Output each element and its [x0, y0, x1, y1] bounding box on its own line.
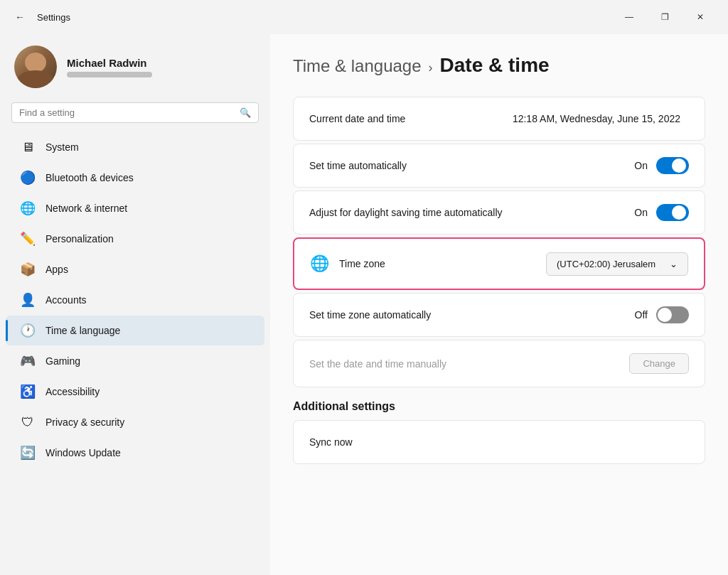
- sidebar-item-gaming[interactable]: 🎮 Gaming: [6, 346, 264, 376]
- sidebar-item-bluetooth[interactable]: 🔵 Bluetooth & devices: [6, 163, 264, 193]
- sidebar-item-label: Accounts: [46, 294, 87, 306]
- page-title: Date & time: [440, 54, 550, 77]
- sidebar: Michael Radwin 🔍 🖥 System 🔵 Bluetooth & …: [0, 34, 270, 575]
- current-datetime-value: 12:18 AM, Wednesday, June 15, 2022: [513, 113, 680, 124]
- bluetooth-icon: 🔵: [20, 170, 36, 186]
- sidebar-item-privacy[interactable]: 🛡 Privacy & security: [6, 407, 264, 437]
- set-time-auto-row: Set time automatically On: [294, 144, 705, 187]
- sidebar-item-label: Personalization: [46, 233, 114, 244]
- personalization-icon: ✏️: [20, 231, 36, 247]
- timezone-row: 🌐 Time zone (UTC+02:00) Jerusalem ⌄: [294, 239, 704, 289]
- privacy-icon: 🛡: [20, 414, 36, 430]
- search-input[interactable]: [19, 107, 234, 118]
- timezone-value: (UTC+02:00) Jerusalem: [557, 259, 655, 269]
- title-bar-left: ← Settings: [11, 9, 70, 26]
- sidebar-item-time[interactable]: 🕐 Time & language: [6, 316, 264, 345]
- network-icon: 🌐: [20, 200, 36, 216]
- sidebar-item-label: Gaming: [46, 355, 80, 367]
- breadcrumb-chevron: ›: [429, 60, 433, 75]
- sidebar-nav: 🖥 System 🔵 Bluetooth & devices 🌐 Network…: [0, 131, 270, 468]
- timezone-select[interactable]: (UTC+02:00) Jerusalem ⌄: [546, 252, 688, 276]
- sidebar-item-label: Privacy & security: [46, 417, 124, 428]
- sync-now-card: Sync now: [293, 420, 705, 464]
- manual-datetime-label: Set the date and time manually: [309, 358, 629, 370]
- daylight-saving-card: Adjust for daylight saving time automati…: [293, 190, 705, 235]
- daylight-saving-status: On: [634, 207, 648, 218]
- toggle-thumb: [672, 158, 686, 173]
- search-icon: 🔍: [240, 107, 251, 118]
- set-timezone-auto-card: Set time zone automatically Off: [293, 293, 705, 337]
- set-time-auto-card: Set time automatically On: [293, 144, 705, 188]
- additional-settings-title: Additional settings: [293, 400, 705, 413]
- sidebar-item-network[interactable]: 🌐 Network & internet: [6, 193, 264, 223]
- current-datetime-label: Current date and time: [309, 113, 513, 124]
- avatar-image: [14, 45, 57, 88]
- sidebar-item-update[interactable]: 🔄 Windows Update: [6, 438, 264, 468]
- page-header: Time & language › Date & time: [293, 54, 705, 77]
- update-icon: 🔄: [20, 445, 36, 461]
- timezone-card: 🌐 Time zone (UTC+02:00) Jerusalem ⌄: [293, 237, 705, 290]
- apps-icon: 📦: [20, 262, 36, 277]
- search-box[interactable]: 🔍: [11, 102, 259, 123]
- sidebar-item-label: Accessibility: [46, 386, 100, 397]
- close-button[interactable]: ✕: [684, 6, 717, 28]
- set-timezone-auto-status: Off: [635, 309, 648, 321]
- set-timezone-auto-toggle[interactable]: [656, 306, 689, 323]
- sidebar-item-label: Network & internet: [46, 203, 127, 214]
- sidebar-item-label: Time & language: [46, 325, 120, 336]
- timezone-icon: 🌐: [310, 254, 329, 273]
- accessibility-icon: ♿: [20, 384, 36, 399]
- set-time-auto-status: On: [634, 160, 648, 171]
- timezone-chevron-icon: ⌄: [670, 259, 678, 269]
- sidebar-item-apps[interactable]: 📦 Apps: [6, 254, 264, 284]
- time-icon: 🕐: [20, 323, 36, 338]
- set-time-auto-label: Set time automatically: [309, 160, 634, 171]
- sidebar-item-label: Windows Update: [46, 447, 121, 458]
- sidebar-item-label: Apps: [46, 264, 68, 275]
- set-timezone-auto-row: Set time zone automatically Off: [294, 294, 705, 336]
- breadcrumb-parent: Time & language: [293, 56, 422, 76]
- title-bar: ← Settings — ❐ ✕: [0, 0, 728, 34]
- sidebar-item-label: Bluetooth & devices: [46, 172, 134, 183]
- main-content: Time & language › Date & time Current da…: [270, 34, 728, 575]
- sidebar-item-label: System: [46, 141, 79, 153]
- app-title: Settings: [37, 12, 70, 23]
- daylight-saving-label: Adjust for daylight saving time automati…: [309, 207, 634, 218]
- current-datetime-card: Current date and time 12:18 AM, Wednesda…: [293, 97, 705, 141]
- daylight-saving-toggle[interactable]: [656, 204, 689, 221]
- sidebar-item-accessibility[interactable]: ♿ Accessibility: [6, 377, 264, 407]
- change-button[interactable]: Change: [629, 353, 689, 374]
- sidebar-item-personalization[interactable]: ✏️ Personalization: [6, 224, 264, 254]
- timezone-label: Time zone: [339, 258, 546, 269]
- user-name: Michael Radwin: [67, 57, 152, 69]
- manual-datetime-card: Set the date and time manually Change: [293, 340, 705, 387]
- gaming-icon: 🎮: [20, 353, 36, 369]
- toggle-thumb-3: [658, 308, 672, 322]
- back-button[interactable]: ←: [11, 9, 28, 26]
- sync-now-label: Sync now: [309, 436, 689, 448]
- sidebar-item-system[interactable]: 🖥 System: [6, 132, 264, 162]
- manual-datetime-row: Set the date and time manually Change: [294, 340, 705, 387]
- set-time-auto-toggle[interactable]: [656, 157, 689, 174]
- sidebar-item-accounts[interactable]: 👤 Accounts: [6, 285, 264, 315]
- system-icon: 🖥: [20, 139, 36, 155]
- accounts-icon: 👤: [20, 292, 36, 308]
- user-email-bar: [67, 72, 152, 77]
- maximize-button[interactable]: ❐: [648, 6, 681, 28]
- minimize-button[interactable]: —: [613, 6, 646, 28]
- user-section: Michael Radwin: [0, 34, 270, 102]
- avatar: [14, 45, 57, 88]
- user-info: Michael Radwin: [67, 57, 152, 77]
- app-body: Michael Radwin 🔍 🖥 System 🔵 Bluetooth & …: [0, 34, 728, 575]
- daylight-saving-row: Adjust for daylight saving time automati…: [294, 191, 705, 234]
- toggle-thumb-2: [672, 205, 686, 220]
- window-controls: — ❐ ✕: [613, 6, 717, 28]
- current-datetime-row: Current date and time 12:18 AM, Wednesda…: [294, 97, 705, 140]
- sync-now-row: Sync now: [294, 421, 705, 463]
- set-timezone-auto-label: Set time zone automatically: [309, 309, 635, 321]
